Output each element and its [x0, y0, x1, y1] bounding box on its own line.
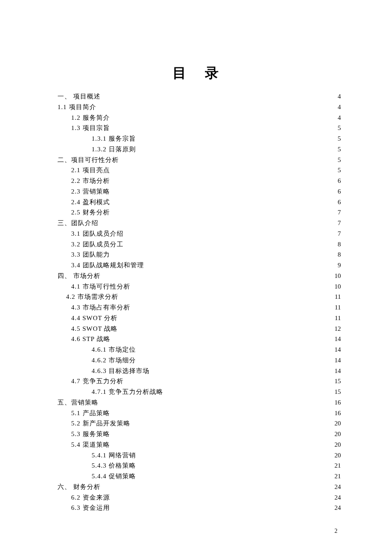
- toc-entry: 4.4 SWOT 分析11: [58, 313, 341, 324]
- toc-entry: 2.4 盈利模式6: [58, 197, 341, 208]
- toc-entry: 2.1 项目亮点5: [58, 165, 341, 176]
- toc-entry-page: 20: [334, 439, 341, 450]
- toc-entry-page: 11: [335, 302, 341, 313]
- toc-entry: 3.2 团队成员分工8: [58, 239, 341, 250]
- toc-entry-page: 24: [334, 492, 341, 503]
- toc-entry: 2.3 营销策略6: [58, 186, 341, 197]
- toc-entry-page: 14: [334, 344, 341, 355]
- toc-entry-label: 1.3.1 服务宗旨: [92, 133, 136, 144]
- toc-entry-page: 6: [338, 197, 341, 208]
- toc-entry: 6.3 资金运用24: [58, 503, 341, 513]
- toc-entry-label: 4.6 STP 战略: [71, 334, 110, 344]
- toc-entry: 5.2 新产品开发策略20: [58, 418, 341, 429]
- toc-entry-label: 2.4 盈利模式: [71, 197, 110, 208]
- toc-entry-page: 4: [338, 102, 341, 113]
- toc-entry-label: 1.2 服务简介: [71, 113, 110, 123]
- toc-entry-label: 4.3 市场占有率分析: [71, 302, 130, 313]
- toc-entry-page: 16: [334, 408, 341, 419]
- toc-entry-page: 14: [334, 366, 341, 376]
- toc-entry-page: 15: [334, 376, 341, 387]
- toc-entry-page: 5: [338, 123, 341, 133]
- toc-entry: 一、 项目概述4: [58, 91, 341, 102]
- toc-entry-label: 2.3 营销策略: [71, 186, 110, 197]
- toc-entry-page: 14: [334, 355, 341, 366]
- toc-entry-label: 5.4.4 促销策略: [92, 471, 136, 482]
- toc-entry-page: 11: [335, 313, 341, 324]
- toc-entry: 4.5 SWOT 战略12: [58, 324, 341, 334]
- toc-entry-page: 20: [334, 418, 341, 429]
- toc-entry-page: 10: [334, 281, 341, 292]
- toc-entry-label: 四、 市场分析: [58, 271, 101, 281]
- toc-entry-label: 1.1 项目简介: [58, 102, 96, 113]
- toc-entry-page: 5: [338, 133, 341, 144]
- toc-entry: 5.1 产品策略16: [58, 408, 341, 419]
- toc-entry-page: 20: [334, 450, 341, 461]
- toc-entry-page: 24: [334, 503, 341, 513]
- toc-entry: 5.4.1 网络营销20: [58, 450, 341, 461]
- toc-entry: 4.6 STP 战略14: [58, 334, 341, 344]
- toc-entry-page: 4: [338, 91, 341, 102]
- toc-entry: 4.3 市场占有率分析11: [58, 302, 341, 313]
- document-page: 目 录 一、 项目概述41.1 项目简介41.2 服务简介41.3 项目宗旨51…: [0, 0, 392, 555]
- toc-entry: 5.4.3 价格策略21: [58, 460, 341, 471]
- toc-entry: 2.5 财务分析7: [58, 207, 341, 218]
- toc-entry: 4.6.3 目标选择市场14: [58, 366, 341, 376]
- toc-entry: 4.7 竞争五力分析15: [58, 376, 341, 387]
- toc-title: 目 录: [58, 64, 341, 83]
- toc-entry-page: 12: [334, 324, 341, 334]
- toc-entry: 三、团队介绍7: [58, 218, 341, 228]
- toc-entry-label: 5.4 渠道策略: [71, 439, 110, 450]
- toc-entry-label: 二、项目可行性分析: [58, 155, 119, 165]
- toc-entry: 四、 市场分析10: [58, 271, 341, 281]
- toc-entry-page: 7: [338, 228, 341, 239]
- toc-entry-page: 7: [338, 207, 341, 218]
- toc-entry-label: 4.6.1 市场定位: [92, 344, 136, 355]
- toc-entry: 五、营销策略16: [58, 397, 341, 408]
- toc-entry-label: 一、 项目概述: [58, 91, 101, 102]
- toc-entry-page: 16: [334, 397, 341, 408]
- toc-entry-label: 3.3 团队能力: [71, 249, 110, 260]
- toc-entry-label: 4.7 竞争五力分析: [71, 376, 124, 387]
- toc-entry: 1.3 项目宗旨5: [58, 123, 341, 133]
- toc-list: 一、 项目概述41.1 项目简介41.2 服务简介41.3 项目宗旨51.3.1…: [58, 91, 341, 513]
- toc-entry: 1.3.1 服务宗旨5: [58, 133, 341, 144]
- toc-entry-label: 4.2 市场需求分析: [66, 292, 118, 302]
- toc-entry-label: 5.3 服务策略: [71, 429, 110, 439]
- toc-entry-page: 24: [334, 482, 341, 492]
- toc-entry-label: 4.6.2 市场细分: [92, 355, 136, 366]
- toc-entry-label: 3.1 团队成员介绍: [71, 228, 124, 239]
- toc-entry-page: 8: [338, 239, 341, 250]
- toc-entry-page: 6: [338, 186, 341, 197]
- toc-entry: 4.7.1 竞争五力分析战略15: [58, 387, 341, 397]
- toc-entry-page: 10: [334, 271, 341, 281]
- toc-entry-label: 三、团队介绍: [58, 218, 98, 228]
- toc-entry: 1.3.2 日落原则5: [58, 144, 341, 155]
- toc-entry-label: 5.4.1 网络营销: [92, 450, 136, 461]
- toc-entry-label: 2.5 财务分析: [71, 207, 110, 218]
- toc-entry-label: 5.2 新产品开发策略: [71, 418, 130, 429]
- toc-entry: 六、 财务分析24: [58, 482, 341, 492]
- toc-entry: 3.3 团队能力8: [58, 249, 341, 260]
- toc-entry-label: 6.3 资金运用: [71, 503, 110, 513]
- toc-entry-label: 6.2 资金来源: [71, 492, 110, 503]
- toc-entry-page: 14: [334, 334, 341, 344]
- toc-entry-page: 5: [338, 155, 341, 165]
- toc-entry-page: 5: [338, 144, 341, 155]
- toc-entry: 6.2 资金来源24: [58, 492, 341, 503]
- toc-entry-label: 3.4 团队战略规划和管理: [71, 260, 144, 271]
- toc-entry: 4.1 市场可行性分析10: [58, 281, 341, 292]
- toc-entry-page: 5: [338, 165, 341, 176]
- toc-entry-page: 11: [335, 292, 341, 302]
- toc-entry-page: 9: [338, 260, 341, 271]
- toc-entry: 5.4 渠道策略20: [58, 439, 341, 450]
- toc-entry-page: 6: [338, 176, 341, 186]
- toc-entry: 4.6.2 市场细分14: [58, 355, 341, 366]
- toc-entry-label: 3.2 团队成员分工: [71, 239, 124, 250]
- page-number: 2: [334, 528, 337, 535]
- toc-entry-page: 21: [334, 460, 341, 471]
- toc-entry-page: 20: [334, 429, 341, 439]
- toc-entry-label: 2.2 市场分析: [71, 176, 110, 186]
- toc-entry-page: 7: [338, 218, 341, 228]
- toc-entry: 4.2 市场需求分析11: [58, 292, 341, 302]
- toc-entry: 4.6.1 市场定位14: [58, 344, 341, 355]
